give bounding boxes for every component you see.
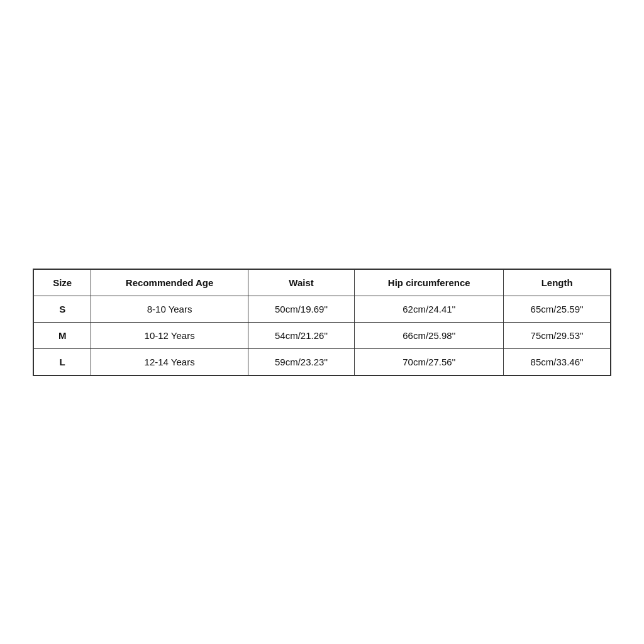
cell-waist: 50cm/19.69'' xyxy=(248,296,354,322)
cell-size: L xyxy=(33,348,91,375)
size-chart-table: Size Recommended Age Waist Hip circumfer… xyxy=(33,269,611,376)
cell-age: 8-10 Years xyxy=(91,296,248,322)
col-header-waist: Waist xyxy=(248,269,354,296)
cell-waist: 59cm/23.23'' xyxy=(248,348,354,375)
cell-age: 10-12 Years xyxy=(91,322,248,348)
table-row: S8-10 Years50cm/19.69''62cm/24.41''65cm/… xyxy=(33,296,611,322)
cell-length: 65cm/25.59'' xyxy=(504,296,611,322)
cell-hip: 62cm/24.41'' xyxy=(355,296,504,322)
cell-hip: 70cm/27.56'' xyxy=(355,348,504,375)
cell-size: S xyxy=(33,296,91,322)
col-header-size: Size xyxy=(33,269,91,296)
table-row: M10-12 Years54cm/21.26''66cm/25.98''75cm… xyxy=(33,322,611,348)
cell-length: 85cm/33.46'' xyxy=(504,348,611,375)
table-row: L12-14 Years59cm/23.23''70cm/27.56''85cm… xyxy=(33,348,611,375)
page-container: Size Recommended Age Waist Hip circumfer… xyxy=(0,0,644,644)
col-header-recommended-age: Recommended Age xyxy=(91,269,248,296)
cell-size: M xyxy=(33,322,91,348)
col-header-length: Length xyxy=(504,269,611,296)
table-header-row: Size Recommended Age Waist Hip circumfer… xyxy=(33,269,611,296)
size-chart-table-wrapper: Size Recommended Age Waist Hip circumfer… xyxy=(33,269,611,376)
cell-age: 12-14 Years xyxy=(91,348,248,375)
cell-hip: 66cm/25.98'' xyxy=(355,322,504,348)
col-header-hip: Hip circumference xyxy=(355,269,504,296)
cell-length: 75cm/29.53'' xyxy=(504,322,611,348)
cell-waist: 54cm/21.26'' xyxy=(248,322,354,348)
